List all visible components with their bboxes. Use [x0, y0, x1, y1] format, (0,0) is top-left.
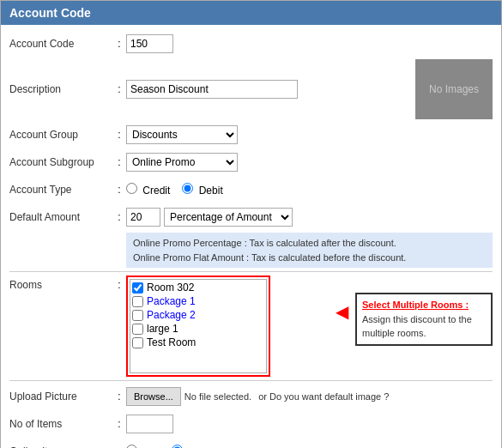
room-checkbox-3[interactable]	[132, 310, 143, 321]
no-items-row: No of Items :	[9, 412, 493, 436]
rooms-arrow-col: ◀	[329, 275, 355, 322]
rooms-list-col: Room 302 Package 1 Package 2 large	[126, 275, 329, 377]
info-box: Online Promo Percentage : Tax is calcula…	[126, 233, 493, 268]
select-multiple-col: Select Multiple Rooms : Assign this disc…	[355, 275, 493, 346]
default-amount-label: Default Amount	[9, 211, 112, 223]
select-multiple-link[interactable]: Select Multiple Rooms :	[362, 298, 486, 312]
account-group-control: Discounts Revenue Expense	[126, 125, 493, 144]
account-code-label: Account Code	[9, 38, 112, 50]
default-amount-control: Percentage of Amount Flat Amount	[126, 208, 493, 227]
info-line-2: Online Promo Flat Amount : Tax is calcul…	[133, 251, 486, 265]
room-label-2: Package 1	[147, 295, 196, 307]
no-images-text: No Images	[429, 83, 479, 95]
yes-radio-label[interactable]: Yes	[126, 445, 160, 448]
no-images-box: No Images	[415, 59, 493, 119]
colon-3: :	[112, 129, 126, 141]
room-checkbox-4[interactable]	[132, 324, 143, 335]
account-type-control: Credit Debit	[126, 183, 493, 197]
account-code-control	[126, 34, 493, 53]
arrow-left-icon: ◀	[336, 301, 348, 322]
colon-1: :	[112, 38, 126, 50]
upload-label: Upload Picture	[9, 390, 112, 403]
description-row: Description : No Images	[9, 59, 493, 119]
colon-4: :	[112, 156, 126, 168]
room-label-4: large 1	[147, 323, 178, 335]
credit-radio[interactable]	[126, 183, 137, 194]
description-input[interactable]	[126, 80, 298, 99]
panel-body: Account Code : Description : No Images A…	[1, 25, 501, 448]
browse-button[interactable]: Browse...	[126, 387, 181, 406]
room-label-1: Room 302	[147, 282, 194, 294]
description-label: Description	[9, 83, 112, 95]
rooms-row: Rooms : Room 302 Package 1	[9, 275, 493, 377]
account-type-row: Account Type : Credit Debit	[9, 178, 493, 202]
yes-radio[interactable]	[126, 445, 137, 448]
divider-2	[9, 380, 493, 381]
rooms-list[interactable]: Room 302 Package 1 Package 2 large	[130, 279, 267, 373]
debit-radio-label[interactable]: Debit	[182, 183, 222, 197]
select-multiple-link-text[interactable]: Select Multiple Rooms :	[362, 300, 469, 310]
room-label-3: Package 2	[147, 309, 196, 321]
room-checkbox-1[interactable]	[132, 282, 143, 294]
file-selected-text: No file selected.	[184, 391, 251, 402]
account-subgroup-row: Account Subgroup : Online Promo Season H…	[9, 150, 493, 174]
divider-1	[9, 271, 493, 272]
colon-2: :	[112, 83, 126, 95]
list-item[interactable]: Room 302	[132, 282, 264, 294]
no-items-control	[126, 415, 493, 433]
upload-picture-row: Upload Picture : Browse... No file selec…	[9, 384, 493, 409]
account-subgroup-label: Account Subgroup	[9, 156, 112, 168]
colon-8: :	[112, 390, 126, 403]
info-line-1: Online Promo Percentage : Tax is calcula…	[133, 236, 486, 251]
default-amount-row: Default Amount : Percentage of Amount Fl…	[9, 205, 493, 229]
account-subgroup-control: Online Promo Season Holiday	[126, 153, 493, 172]
default-amount-select[interactable]: Percentage of Amount Flat Amount	[164, 208, 293, 227]
rooms-list-wrapper: Room 302 Package 1 Package 2 large	[126, 275, 270, 377]
upload-control: Browse... No file selected. or Do you wa…	[126, 387, 493, 406]
select-multiple-desc: Assign this discount to the multiple roo…	[362, 312, 486, 341]
description-control	[126, 80, 398, 99]
account-group-row: Account Group : Discounts Revenue Expens…	[9, 123, 493, 147]
room-label-5: Test Room	[147, 336, 196, 348]
list-item[interactable]: Package 1	[132, 295, 264, 307]
panel-title-text: Account Code	[9, 6, 91, 20]
no-items-input[interactable]	[126, 415, 173, 433]
account-code-row: Account Code :	[9, 32, 493, 56]
no-radio-label[interactable]: No	[172, 445, 202, 448]
rooms-label: Rooms	[9, 275, 112, 291]
list-item[interactable]: Test Room	[132, 336, 264, 348]
list-item[interactable]: Package 2	[132, 309, 264, 321]
colon-5: :	[112, 184, 126, 196]
account-group-label: Account Group	[9, 129, 112, 141]
colon-6: :	[112, 211, 126, 223]
list-item[interactable]: large 1	[132, 323, 264, 335]
account-group-select[interactable]: Discounts Revenue Expense	[126, 125, 238, 144]
account-type-label: Account Type	[9, 184, 112, 196]
no-radio[interactable]	[172, 445, 183, 448]
account-subgroup-select[interactable]: Online Promo Season Holiday	[126, 153, 238, 172]
default-amount-input[interactable]	[126, 208, 160, 227]
panel-title: Account Code	[1, 1, 501, 25]
colon-7: :	[112, 275, 126, 291]
account-code-input[interactable]	[126, 34, 173, 53]
colon-9: :	[112, 418, 126, 430]
account-code-panel: Account Code Account Code : Description …	[0, 0, 502, 448]
online-item-row: Online Item : Yes No	[9, 439, 493, 448]
online-item-control: Yes No	[126, 445, 493, 448]
select-multiple-box: Select Multiple Rooms : Assign this disc…	[355, 293, 493, 346]
debit-radio[interactable]	[182, 183, 193, 194]
or-default-text: or Do you want default image ?	[258, 391, 389, 402]
room-checkbox-5[interactable]	[132, 337, 143, 348]
room-checkbox-2[interactable]	[132, 296, 143, 307]
debit-label: Debit	[199, 185, 223, 197]
credit-label: Credit	[142, 185, 170, 197]
credit-radio-label[interactable]: Credit	[126, 183, 170, 197]
no-items-label: No of Items	[9, 418, 112, 430]
